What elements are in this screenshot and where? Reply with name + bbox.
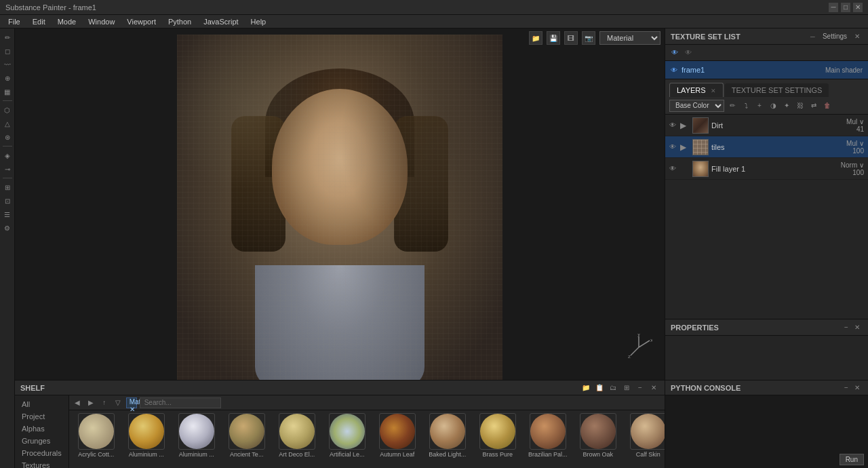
menu-python[interactable]: Python	[163, 16, 197, 27]
anchor-tool-button[interactable]: ⊛	[1, 131, 14, 143]
shelf-cat-procedurals[interactable]: Procedurals	[15, 447, 68, 459]
shelf-material-item-11[interactable]: Calf Skin	[625, 413, 665, 458]
layer-delete-icon[interactable]: 🗑	[822, 100, 833, 111]
layer-tiles-eye-icon[interactable]: 👁	[669, 143, 677, 151]
shelf-material-item-1[interactable]: Aluminium ...	[123, 413, 170, 458]
shelf-icon2-button[interactable]: 📋	[594, 383, 605, 393]
minimize-button[interactable]: ─	[829, 3, 838, 12]
color-picker-button[interactable]: ◈	[1, 149, 14, 161]
texture-set-item[interactable]: 👁 frame1 Main shader	[665, 61, 868, 79]
layer-fill-opacity: 100	[852, 169, 864, 176]
tab-texture-set-settings[interactable]: TEXTURE SET SETTINGS	[725, 83, 829, 97]
shelf-material-thumb-0	[78, 413, 115, 450]
shelf-material-item-5[interactable]: Artificial Le...	[324, 413, 370, 458]
channel-dropdown[interactable]: Base Color Roughness Metallic Normal Hei…	[669, 100, 724, 112]
layer-tiles-blend: Mul ∨	[846, 140, 864, 147]
smudge-tool-button[interactable]: 〰	[1, 58, 14, 71]
fill-tool-button[interactable]: ▦	[1, 85, 14, 98]
menu-window[interactable]: Window	[83, 16, 120, 27]
menu-help[interactable]: Help	[245, 16, 272, 27]
eyedropper-button[interactable]: ⊸	[1, 163, 14, 175]
selection-tool-button[interactable]: ⬡	[1, 104, 14, 116]
shelf-material-item-6[interactable]: Autumn Leaf	[374, 413, 420, 458]
layer-link-icon[interactable]: ⛓	[795, 100, 806, 111]
svg-line-0	[639, 340, 650, 347]
shelf-material-item-4[interactable]: Art Deco El...	[274, 413, 320, 458]
shelf-icon3-button[interactable]: 🗂	[608, 383, 618, 393]
paint-tool-button[interactable]: ✏	[1, 31, 14, 43]
layers-button[interactable]: ☰	[1, 208, 14, 220]
layer-row-dirt[interactable]: 👁 ▶ Dirt Mul ∨ 41	[665, 115, 868, 136]
shelf-cat-project[interactable]: Project	[15, 410, 68, 423]
layers-list: 👁 ▶ Dirt Mul ∨ 41 👁 ▶	[665, 115, 868, 319]
shelf-cat-alphas[interactable]: Alphas	[15, 423, 68, 435]
layer-flip-icon[interactable]: ⇄	[808, 100, 819, 111]
maximize-button[interactable]: □	[841, 3, 850, 12]
shelf-material-item-10[interactable]: Brown Oak	[575, 413, 621, 458]
viewport-container[interactable]: 📁 💾 🎞 📷 Material Albedo Roughness Metall…	[15, 28, 665, 380]
layer-fill-eye-icon[interactable]: 👁	[669, 165, 677, 172]
shelf-material-item-9[interactable]: Brazilian Pal...	[525, 413, 571, 458]
texture-set-settings-button[interactable]: Settings	[818, 31, 852, 42]
shelf-close-button[interactable]: ✕	[648, 383, 659, 393]
layer-fx-icon[interactable]: ✦	[781, 100, 792, 111]
texture-set-eye-icon[interactable]: 👁	[671, 66, 677, 74]
shelf-filter-active[interactable]: Materi... ✕	[126, 397, 137, 408]
shelf-search-input[interactable]	[140, 397, 221, 408]
texture-eye-button[interactable]: 👁	[669, 47, 680, 58]
tab-layers-close[interactable]: ✕	[711, 87, 716, 94]
shelf-icon1-button[interactable]: 📁	[580, 383, 591, 393]
layer-add-icon[interactable]: +	[754, 100, 765, 111]
python-minimize-button[interactable]: −	[841, 383, 852, 393]
texture-set-close-button[interactable]: ✕	[852, 31, 863, 42]
eraser-tool-button[interactable]: ◻	[1, 45, 14, 57]
viewport-folder-button[interactable]: 📁	[529, 31, 542, 45]
viewport-save-button[interactable]: 💾	[547, 31, 560, 45]
shelf-icon4-button[interactable]: ⊞	[621, 383, 632, 393]
texture-eye2-button[interactable]: 👁	[683, 47, 694, 58]
shelf-material-item-8[interactable]: Brass Pure	[475, 413, 521, 458]
menu-mode[interactable]: Mode	[52, 16, 82, 27]
viewport-photo-button[interactable]: 📷	[582, 31, 595, 45]
tab-layers[interactable]: LAYERS ✕	[669, 83, 724, 97]
shelf-minimize-button[interactable]: −	[635, 383, 646, 393]
shelf-material-item-3[interactable]: Ancient Te...	[224, 413, 270, 458]
shelf-up-button[interactable]: ↑	[99, 397, 110, 408]
settings-tool-button[interactable]: ⚙	[1, 222, 14, 234]
shelf-cat-grunges[interactable]: Grunges	[15, 435, 68, 447]
shelf-material-item-2[interactable]: Aluminium ...	[174, 413, 220, 458]
viewport-camera-button[interactable]: 🎞	[564, 31, 578, 45]
python-run-button[interactable]: Run	[840, 454, 864, 465]
shelf-material-label-1: Aluminium ...	[123, 451, 170, 458]
clone-tool-button[interactable]: ⊕	[1, 72, 14, 84]
shelf-filter-button[interactable]: ▽	[113, 397, 123, 408]
python-console-content[interactable]: Run	[665, 395, 868, 468]
shelf-cat-all[interactable]: All	[15, 398, 68, 410]
shelf-forward-button[interactable]: ▶	[85, 397, 96, 408]
shelf-back-button[interactable]: ◀	[72, 397, 83, 408]
shelf-body: All Project Alphas Grunges Procedurals T…	[15, 395, 665, 468]
material-dropdown[interactable]: Material Albedo Roughness Metallic Norma…	[599, 31, 660, 45]
bake-button[interactable]: ⊡	[1, 195, 14, 207]
uv-tool-button[interactable]: ⊞	[1, 181, 14, 193]
properties-close-button[interactable]: ✕	[852, 322, 863, 333]
menu-viewport[interactable]: Viewport	[121, 16, 161, 27]
viewport-canvas[interactable]	[15, 28, 665, 380]
texture-set-pin-button[interactable]: −	[807, 31, 818, 42]
geometry-tool-button[interactable]: △	[1, 117, 14, 130]
layer-import-icon[interactable]: ⤵	[741, 100, 751, 111]
menu-javascript[interactable]: JavaScript	[198, 16, 243, 27]
menu-edit[interactable]: Edit	[27, 16, 51, 27]
layer-mask-icon[interactable]: ◑	[768, 100, 778, 111]
close-button[interactable]: ✕	[853, 3, 863, 12]
menu-file[interactable]: File	[3, 16, 26, 27]
shelf-cat-textures[interactable]: Textures	[15, 459, 68, 468]
shelf-material-item-0[interactable]: Acrylic Cott...	[73, 413, 119, 458]
properties-minimize-button[interactable]: −	[841, 322, 852, 333]
layer-row-tiles[interactable]: 👁 ▶ tiles Mul ∨ 100	[665, 136, 868, 158]
layer-dirt-eye-icon[interactable]: 👁	[669, 121, 677, 129]
layer-paint-icon[interactable]: ✏	[727, 100, 738, 111]
python-close-button[interactable]: ✕	[852, 383, 863, 393]
layer-row-fill[interactable]: 👁 ▶ Fill layer 1 Norm ∨ 100	[665, 158, 868, 180]
shelf-material-item-7[interactable]: Baked Light...	[425, 413, 471, 458]
